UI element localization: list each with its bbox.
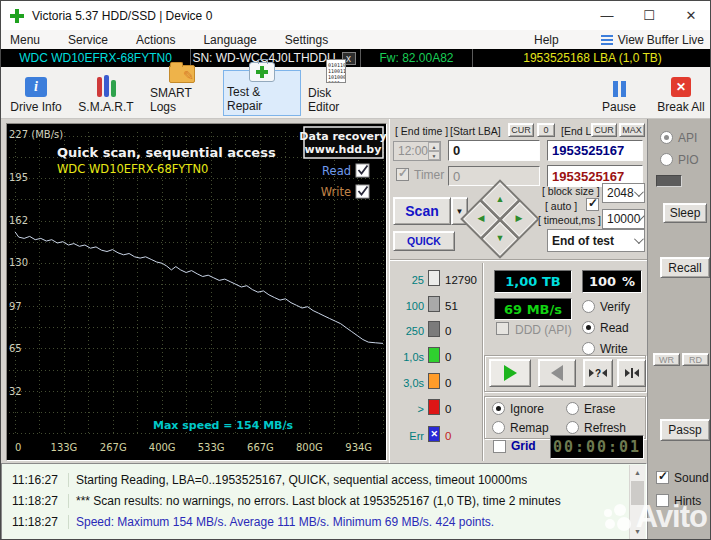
- menu-item-menu[interactable]: Menu: [10, 33, 40, 47]
- log-row: 11:18:27 Speed: Maximum 154 MB/s. Averag…: [2, 511, 630, 532]
- pause-icon: [613, 81, 626, 97]
- smart-logs-button[interactable]: ✎ SMART Logs: [147, 70, 217, 116]
- stat-swatch-25: [428, 270, 440, 286]
- spin-down-icon[interactable]: ▼: [428, 151, 440, 160]
- seek-test-button[interactable]: ?: [583, 359, 613, 387]
- menu-item-service[interactable]: Service: [68, 33, 108, 47]
- end-lba-cur-button[interactable]: CUR: [591, 123, 617, 137]
- grid-checkbox[interactable]: [493, 440, 506, 453]
- drive-info-button[interactable]: i Drive Info: [3, 70, 69, 116]
- menu-item-language[interactable]: Language: [203, 33, 256, 47]
- log-scrollbar[interactable]: ▲ ▼: [629, 465, 645, 539]
- block-size-combo[interactable]: 2048: [602, 183, 645, 203]
- remap-label: Remap: [510, 421, 549, 435]
- erase-radio[interactable]: [566, 402, 579, 415]
- break-all-button[interactable]: ✕ Break All: [653, 70, 709, 116]
- pio-label: PIO: [678, 153, 699, 167]
- folder-pencil-icon: ✎: [169, 65, 195, 83]
- menu-item-help[interactable]: Help: [534, 33, 559, 47]
- start-test-button[interactable]: [489, 359, 531, 387]
- start-lba-zero-button[interactable]: 0: [537, 123, 555, 137]
- legend-read-label: Read: [322, 164, 351, 178]
- timer-input: 0: [448, 166, 540, 186]
- read-radio[interactable]: [582, 321, 595, 334]
- wr-button[interactable]: WR: [653, 353, 680, 366]
- svg-text:800G: 800G: [296, 442, 323, 453]
- chevron-down-icon: [634, 187, 644, 197]
- end-lba-max-button[interactable]: MAX: [619, 123, 645, 137]
- recall-button[interactable]: Recall: [660, 257, 710, 278]
- scan-graph-panel: 195162130976532 0133G267G400G533G667G800…: [6, 123, 387, 461]
- seek-left-icon: [602, 369, 607, 377]
- scroll-up-icon[interactable]: ▲: [630, 465, 645, 480]
- passp-button[interactable]: Passp: [660, 419, 710, 441]
- end-lba-input[interactable]: 1953525167: [547, 140, 643, 161]
- disk-editor-button[interactable]: 010110 110011 101000 0001 Disk Editor: [305, 70, 367, 116]
- max-speed-note: Max speed = 154 MB/s: [153, 419, 294, 432]
- svg-text:162: 162: [9, 215, 28, 226]
- play-icon: [504, 365, 517, 381]
- stat-swatch-100: [428, 296, 440, 312]
- scan-button[interactable]: Scan: [393, 197, 451, 225]
- menu-item-actions[interactable]: Actions: [136, 33, 175, 47]
- minimize-button[interactable]: —: [586, 1, 628, 30]
- test-repair-button[interactable]: Test & Repair: [223, 70, 301, 116]
- smart-label: S.M.A.R.T: [78, 100, 133, 114]
- reverse-button[interactable]: [538, 359, 576, 387]
- ignore-radio[interactable]: [492, 402, 505, 415]
- sleep-button[interactable]: Sleep: [663, 203, 707, 223]
- menu-item-settings[interactable]: Settings: [285, 33, 328, 47]
- test-control-panel: [ End time ] [Start LBA] CUR 0 [End LBA]…: [389, 119, 647, 463]
- ddd-api-checkbox[interactable]: [496, 322, 509, 335]
- stat-swatch-250: [428, 321, 440, 337]
- arrow-left-icon: ◀: [477, 214, 484, 223]
- graph-subtitle: WDC WD10EFRX-68FYTN0: [57, 162, 208, 176]
- timer-checkbox[interactable]: [396, 168, 409, 181]
- smart-button[interactable]: S.M.A.R.T: [75, 70, 137, 116]
- hdd-watermark-line2: www.hdd.by: [305, 143, 382, 156]
- pio-radio[interactable]: [660, 153, 673, 166]
- close-button[interactable]: ✕: [670, 1, 711, 30]
- svg-text:533G: 533G: [198, 442, 225, 453]
- scrollbar-thumb[interactable]: [631, 481, 644, 505]
- rd-button[interactable]: RD: [682, 353, 709, 366]
- log-row: 11:18:27 *** Scan results: no warnings, …: [2, 490, 630, 511]
- activity-led: [656, 175, 682, 187]
- first-aid-icon: [249, 62, 275, 82]
- write-radio[interactable]: [582, 342, 595, 355]
- scroll-down-icon[interactable]: ▼: [630, 524, 645, 539]
- ddd-api-label: DDD (API): [515, 323, 572, 337]
- speed-display: 69 MB/s: [494, 298, 572, 320]
- auto-checkbox[interactable]: [586, 198, 599, 211]
- sound-checkbox[interactable]: [656, 471, 669, 484]
- timeout-combo[interactable]: 10000: [602, 209, 645, 229]
- end-time-label: [ End time ]: [395, 125, 448, 137]
- log-row: 11:16:27 Starting Reading, LBA=0..195352…: [2, 469, 630, 490]
- spin-up-icon[interactable]: ▲: [428, 142, 440, 151]
- start-lba-input[interactable]: 0: [448, 140, 540, 161]
- view-buffer-live-button[interactable]: View Buffer Live: [601, 33, 704, 47]
- test-repair-label: Test & Repair: [227, 85, 297, 113]
- svg-text:130: 130: [9, 257, 28, 268]
- pause-button[interactable]: Pause: [597, 70, 641, 116]
- hdd-watermark-line1: Data recovery: [299, 130, 386, 143]
- remap-radio[interactable]: [492, 421, 505, 434]
- svg-text:195: 195: [9, 172, 28, 183]
- api-radio[interactable]: [660, 131, 673, 144]
- read-checkbox[interactable]: [356, 164, 369, 177]
- stat-value-1s: 0: [445, 351, 451, 363]
- maximize-button[interactable]: ☐: [628, 1, 670, 30]
- start-lba-cur-button[interactable]: CUR: [508, 123, 534, 137]
- butterfly-test-button[interactable]: [617, 359, 646, 387]
- write-checkbox[interactable]: [356, 185, 369, 198]
- quick-button[interactable]: QUICK: [393, 231, 455, 251]
- refresh-radio[interactable]: [566, 421, 579, 434]
- stat-label-err: Err: [390, 430, 424, 442]
- verify-radio[interactable]: [582, 300, 595, 313]
- break-x-icon: ✕: [671, 77, 691, 97]
- side-panel: API PIO Sleep Recall WR RD Passp Sound H…: [647, 119, 711, 540]
- end-time-spinner[interactable]: 12:00 ▲▼: [393, 141, 441, 161]
- hints-checkbox[interactable]: [656, 494, 669, 507]
- lba-nav-diamond: ▲ ▶ ◀ ▼: [460, 179, 539, 258]
- end-of-test-combo[interactable]: End of test: [547, 229, 645, 252]
